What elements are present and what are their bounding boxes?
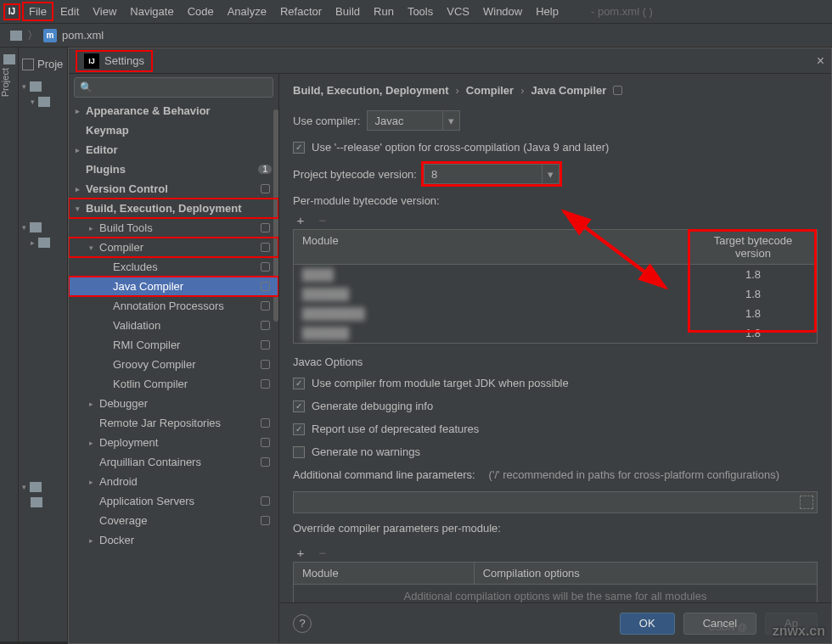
- override-label: Override compiler parameters per-module:: [293, 522, 818, 535]
- scope-icon: [261, 457, 270, 467]
- col-compilation-options: Compilation options: [475, 563, 817, 584]
- menu-analyze[interactable]: Analyze: [221, 2, 273, 21]
- tree-node-coverage[interactable]: Coverage: [69, 511, 278, 530]
- close-button[interactable]: ×: [817, 53, 824, 69]
- tree-node-deployment[interactable]: ▸Deployment: [69, 433, 278, 452]
- remove-override-button[interactable]: −: [315, 546, 330, 560]
- navigation-bar: 〉 m pom.xml: [0, 24, 832, 48]
- menu-window[interactable]: Window: [476, 2, 529, 21]
- table-row[interactable]: ██████1.8: [294, 323, 817, 343]
- help-button[interactable]: ?: [293, 614, 312, 633]
- opt-deprecated-checkbox[interactable]: [293, 423, 305, 435]
- tree-node-build-execution-deployment[interactable]: ▾Build, Execution, Deployment: [69, 199, 278, 218]
- tree-node-remote-jar-repositories[interactable]: Remote Jar Repositories: [69, 413, 278, 433]
- table-row[interactable]: ████████1.8: [294, 304, 817, 323]
- opt-nowarn-checkbox[interactable]: [293, 446, 305, 458]
- tree-node-appearance-behavior[interactable]: ▸Appearance & Behavior: [69, 101, 278, 120]
- project-tool-icon[interactable]: [3, 54, 15, 64]
- opt-debug-checkbox[interactable]: [293, 400, 305, 412]
- crumb-2[interactable]: Compiler: [466, 84, 514, 97]
- project-tree-row[interactable]: ▾: [19, 220, 67, 235]
- tree-node-label: Build Tools: [99, 221, 153, 234]
- menu-tools[interactable]: Tools: [401, 2, 440, 21]
- addl-params-input[interactable]: [293, 491, 818, 513]
- target-version-cell[interactable]: 1.8: [689, 265, 817, 284]
- tree-node-application-servers[interactable]: Application Servers: [69, 491, 278, 511]
- tree-search-input[interactable]: 🔍: [74, 77, 273, 98]
- use-compiler-label: Use compiler:: [293, 115, 360, 127]
- tree-node-debugger[interactable]: ▸Debugger: [69, 394, 278, 413]
- tree-node-label: Version Control: [86, 182, 168, 195]
- menu-run[interactable]: Run: [367, 2, 401, 21]
- menu-navigate[interactable]: Navigate: [123, 2, 180, 21]
- tree-node-annotation-processors[interactable]: Annotation Processors: [69, 296, 278, 316]
- tree-node-label: Application Servers: [99, 495, 194, 507]
- menu-edit[interactable]: Edit: [53, 2, 86, 21]
- crumb-1[interactable]: Build, Execution, Deployment: [293, 84, 448, 97]
- module-name-cell: ██████: [294, 284, 689, 304]
- tree-node-keymap[interactable]: Keymap: [69, 120, 278, 140]
- opt-debug-label: Generate debugging info: [312, 400, 433, 412]
- dropdown-icon: ▾: [542, 165, 559, 183]
- menu-help[interactable]: Help: [529, 2, 565, 21]
- tree-node-validation[interactable]: Validation: [69, 316, 278, 335]
- project-tree-row[interactable]: [19, 495, 67, 510]
- tree-node-build-tools[interactable]: ▸Build Tools: [69, 218, 278, 238]
- tree-node-groovy-compiler[interactable]: Groovy Compiler: [69, 355, 278, 374]
- tree-node-label: Annotation Processors: [113, 300, 224, 312]
- add-override-button[interactable]: +: [293, 546, 308, 560]
- nav-file-name[interactable]: pom.xml: [62, 29, 104, 42]
- settings-tree: 🔍 ▸Appearance & BehaviorKeymap▸EditorPlu…: [69, 74, 279, 643]
- tree-node-version-control[interactable]: ▸Version Control: [69, 179, 278, 199]
- project-tree-row[interactable]: ▾: [19, 479, 67, 495]
- tree-node-compiler[interactable]: ▾Compiler: [69, 238, 278, 257]
- tree-node-label: Plugins: [86, 163, 126, 176]
- project-tool-label[interactable]: Project: [0, 68, 10, 104]
- tree-node-excludes[interactable]: Excludes: [69, 257, 278, 277]
- opt-target-jdk-checkbox[interactable]: [293, 378, 305, 389]
- project-tree-row[interactable]: ▾: [19, 79, 67, 94]
- scope-icon: [261, 282, 270, 291]
- opt-target-jdk-label: Use compiler from module target JDK when…: [312, 377, 569, 389]
- chevron-icon: ▸: [89, 478, 99, 486]
- menu-file[interactable]: File: [22, 2, 53, 21]
- search-icon: 🔍: [80, 81, 93, 93]
- target-version-cell[interactable]: 1.8: [689, 304, 817, 323]
- dialog-title-wrap: IJ Settings: [76, 50, 153, 72]
- tree-node-docker[interactable]: ▸Docker: [69, 530, 278, 550]
- project-tree-row[interactable]: ▸: [19, 235, 67, 250]
- use-compiler-select[interactable]: Javac ▾: [367, 110, 460, 131]
- project-tree-panel: Proje ▾ ▾ ▾ ▸ ▾: [19, 48, 68, 641]
- tree-node-plugins[interactable]: Plugins1: [69, 160, 278, 179]
- target-version-cell[interactable]: 1.8: [689, 284, 817, 304]
- project-tree-row[interactable]: ▾: [19, 94, 67, 109]
- opt-nowarn-label: Generate no warnings: [312, 445, 420, 458]
- tree-node-label: Debugger: [99, 397, 148, 410]
- table-row[interactable]: ██████1.8: [294, 284, 817, 304]
- remove-module-button[interactable]: −: [315, 213, 330, 227]
- scope-icon: [261, 184, 270, 193]
- tree-node-kotlin-compiler[interactable]: Kotlin Compiler: [69, 374, 278, 394]
- table-row[interactable]: ████1.8: [294, 265, 817, 284]
- tree-node-editor[interactable]: ▸Editor: [69, 140, 278, 160]
- project-header[interactable]: Proje: [19, 56, 67, 72]
- tree-node-java-compiler[interactable]: Java Compiler: [69, 277, 278, 296]
- ok-button[interactable]: OK: [620, 613, 675, 635]
- menu-code[interactable]: Code: [181, 2, 221, 21]
- override-table[interactable]: Module Compilation options Additional co…: [293, 562, 818, 608]
- tree-node-android[interactable]: ▸Android: [69, 472, 278, 491]
- target-version-cell[interactable]: 1.8: [689, 323, 817, 343]
- project-bytecode-select[interactable]: 8 ▾: [424, 164, 559, 184]
- menu-vcs[interactable]: VCS: [440, 2, 476, 21]
- menu-view[interactable]: View: [86, 2, 123, 21]
- menu-build[interactable]: Build: [329, 2, 367, 21]
- add-module-button[interactable]: +: [293, 213, 308, 227]
- expand-icon[interactable]: [800, 496, 813, 509]
- release-option-checkbox[interactable]: [293, 142, 305, 154]
- menu-refactor[interactable]: Refactor: [273, 2, 329, 21]
- tree-node-rmi-compiler[interactable]: RMI Compiler: [69, 335, 278, 355]
- folder-icon: [31, 497, 42, 507]
- module-bytecode-table[interactable]: Module Target bytecode version ████1.8██…: [293, 229, 818, 344]
- javac-options-title: Javac Options: [293, 356, 818, 368]
- tree-node-arquillian-containers[interactable]: Arquillian Containers: [69, 452, 278, 472]
